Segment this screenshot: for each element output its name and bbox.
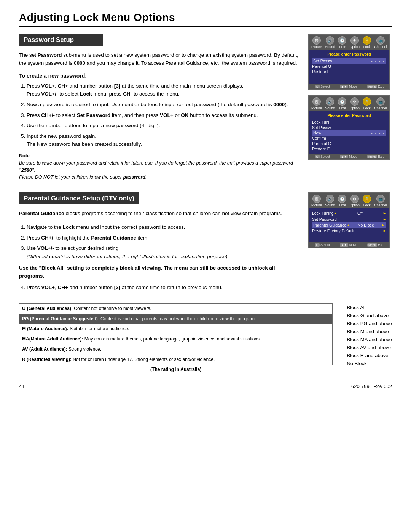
- tv-menu-footer-2: ⊙Select ▲▼Move MenuExit: [309, 154, 389, 159]
- icon-option-1: ⚙ Option: [350, 36, 360, 49]
- rating-row-ma: MA(Mature Adult Audience): May contain m…: [19, 334, 333, 344]
- parental-step4-list: Press VOL+, CH+ and number button [3] at…: [19, 283, 301, 292]
- parental-step-1: Navigate to the Lock menu and input the …: [27, 223, 301, 232]
- icon-channel-2: 📺 Channel: [374, 97, 387, 110]
- icon-sound-2: 🔊 Sound: [325, 97, 335, 110]
- icon-lock-2: 🔒 Lock: [363, 97, 371, 110]
- lock-tuning-row: Lock Tuning ◄ Off ►: [312, 210, 386, 216]
- checkbox-block-r-box[interactable]: [339, 353, 344, 358]
- lock-icon-2: 🔒: [363, 97, 371, 106]
- tv-menu-body-1: Please enter Password Set Passw - - - - …: [309, 50, 389, 84]
- password-steps-list: Press VOL+, CH+ and number button [3] at…: [19, 82, 301, 149]
- tv-set-password-row: Set Passw - - - -: [312, 58, 386, 64]
- tv-icons-bar-1: 🖼 Picture 🔊 Sound 🕐 Time ⚙ Option 🔒: [309, 35, 389, 50]
- parental-step-2: Press CH+/- to highlight the Parental Gu…: [27, 234, 301, 242]
- tv-menu-1: 🖼 Picture 🔊 Sound 🕐 Time ⚙ Option 🔒: [308, 34, 390, 90]
- checkbox-block-ma-label: Block MA and above: [347, 337, 392, 342]
- lock-icon: 🔒: [363, 36, 371, 45]
- tv-parental-row: Parental G: [312, 64, 386, 69]
- step-4: Use the number buttons to input a new pa…: [27, 121, 301, 130]
- parental-step-4: Press VOL+, CH+ and number button [3] at…: [27, 283, 301, 292]
- tv-lock-tuni-row: Lock Tuni: [312, 120, 386, 125]
- parental-content: Parental Guidance Setup (DTV only) Paren…: [19, 192, 392, 296]
- checkbox-block-av: Block AV and above: [339, 345, 392, 350]
- rating-row-r: R (Restricted viewing): Not for children…: [19, 355, 333, 365]
- rating-row-g: G (General Audiences): Content not offen…: [19, 303, 333, 313]
- checkbox-block-ma-box[interactable]: [339, 337, 344, 342]
- rating-row-m: M (Mature Audience): Suitable for mature…: [19, 324, 333, 334]
- checkbox-block-av-label: Block AV and above: [347, 345, 390, 350]
- restore-factory-row: Restore Factory Default ►: [312, 228, 386, 234]
- tv-menu-footer-3: ⊙Select ▲▼Move MenuExit: [309, 242, 389, 248]
- icon-picture-2: 🖼 Picture: [311, 97, 322, 110]
- parental-guidance-row: Parental Guidance ◄ No Block ►: [312, 222, 386, 228]
- checkbox-block-g-box[interactable]: [339, 313, 344, 318]
- password-left-col: Password Setup The set Password sub-menu…: [19, 34, 301, 181]
- password-right-col: 🖼 Picture 🔊 Sound 🕐 Time ⚙ Option 🔒: [308, 34, 392, 181]
- checkbox-block-all: Block All: [339, 305, 392, 310]
- checkbox-block-all-box[interactable]: [339, 305, 344, 310]
- step-1: Press VOL+, CH+ and number button [3] at…: [27, 82, 301, 98]
- tv-set-passw-row-2: Set Passw - - - -: [312, 125, 386, 130]
- tv-confirm-row: Confirm - - - -: [312, 136, 386, 141]
- tv-restore-row-2: Restore F: [312, 146, 386, 152]
- icon-channel-1: 📺 Channel: [374, 36, 387, 49]
- lock-icon-3: 🔒: [363, 195, 371, 203]
- checkbox-block-r: Block R and above: [339, 353, 392, 358]
- checkbox-no-block-box[interactable]: [339, 361, 344, 366]
- tv-menu-title-2: Please enter Password: [312, 113, 386, 118]
- exit-footer: MenuExit: [367, 85, 384, 88]
- picture-icon: 🖼: [312, 36, 321, 45]
- parental-intro: Parental Guidance blocks programs accord…: [19, 210, 301, 218]
- checkbox-block-m-box[interactable]: [339, 329, 344, 334]
- time-icon: 🕐: [338, 36, 346, 45]
- option-icon: ⚙: [350, 36, 359, 45]
- password-section-header: Password Setup: [19, 34, 103, 46]
- move-footer: ▲▼Move: [340, 85, 357, 88]
- icon-time-1: 🕐 Time: [338, 36, 346, 49]
- page-number: 41: [19, 383, 24, 389]
- checkbox-block-pg-box[interactable]: [339, 321, 344, 326]
- ratings-area: G (General Audiences): Content not offen…: [19, 303, 392, 372]
- ratings-table-container: G (General Audiences): Content not offen…: [19, 303, 333, 372]
- tv-icons-bar-2: 🖼 Picture 🔊 Sound 🕐 Time ⚙ Option 🔒: [309, 96, 389, 111]
- tv-menu-body-3: Lock Tuning ◄ Off ► Set Password ► Paren…: [309, 208, 389, 242]
- option-icon-2: ⚙: [350, 97, 359, 106]
- icon-time-2: 🕐 Time: [338, 97, 346, 110]
- parental-section-header: Parental Guidance Setup (DTV only): [19, 192, 139, 204]
- time-icon-3: 🕐: [338, 195, 346, 203]
- checkbox-block-pg-label: Block PG and above: [347, 321, 392, 326]
- icon-picture-1: 🖼 Picture: [311, 36, 322, 49]
- checkbox-list: Block All Block G and above Block PG and…: [339, 303, 392, 372]
- tv-menu-2: 🖼 Picture 🔊 Sound 🕐 Time ⚙ Option 🔒: [308, 95, 390, 160]
- checkbox-block-g: Block G and above: [339, 313, 392, 318]
- sound-icon-2: 🔊: [326, 97, 334, 106]
- time-icon-2: 🕐: [338, 97, 346, 106]
- parental-guidance-section: Parental Guidance Setup (DTV only) Paren…: [19, 192, 392, 296]
- checkbox-block-av-box[interactable]: [339, 345, 344, 350]
- checkbox-block-ma: Block MA and above: [339, 337, 392, 342]
- tv-new-row: New - - - -: [312, 130, 386, 136]
- checkbox-no-block-label: No Block: [347, 361, 366, 366]
- ratings-caption: (The rating in Australia): [19, 367, 333, 372]
- model-number: 620-7991 Rev 002: [351, 383, 392, 389]
- icon-sound-1: 🔊 Sound: [325, 36, 335, 49]
- tv-menu-3: 🖼 Picture 🔊 Sound 🕐 Time ⚙ Option: [308, 192, 390, 248]
- parental-steps-list: Navigate to the Lock menu and input the …: [19, 223, 301, 260]
- tv-menu-title-1: Please enter Password: [312, 52, 386, 56]
- tv-menu-body-2: Please enter Password Lock Tuni Set Pass…: [309, 111, 389, 154]
- set-password-row-3: Set Password ►: [312, 216, 386, 222]
- note-text: Be sure to write down your password and …: [19, 160, 293, 180]
- step-2: Now a password is required to input. Use…: [27, 101, 301, 109]
- tv-restore-row: Restore F: [312, 69, 386, 74]
- channel-icon-2: 📺: [376, 97, 385, 106]
- parental-bold-para: Use the "Block All" setting to completel…: [19, 264, 301, 280]
- rating-row-pg: PG (Parental Guidance Suggested): Conten…: [19, 314, 333, 324]
- checkbox-block-r-label: Block R and above: [347, 353, 388, 358]
- parental-right-col: 🖼 Picture 🔊 Sound 🕐 Time ⚙ Option: [308, 192, 392, 296]
- step-3: Press CH+/- to select Set Password item,…: [27, 111, 301, 120]
- note-box: Note: Be sure to write down your passwor…: [19, 152, 301, 181]
- sound-icon-3: 🔊: [326, 195, 334, 203]
- rating-row-av: AV (Adult Audience): Strong violence.: [19, 344, 333, 355]
- ratings-table: G (General Audiences): Content not offen…: [19, 303, 333, 365]
